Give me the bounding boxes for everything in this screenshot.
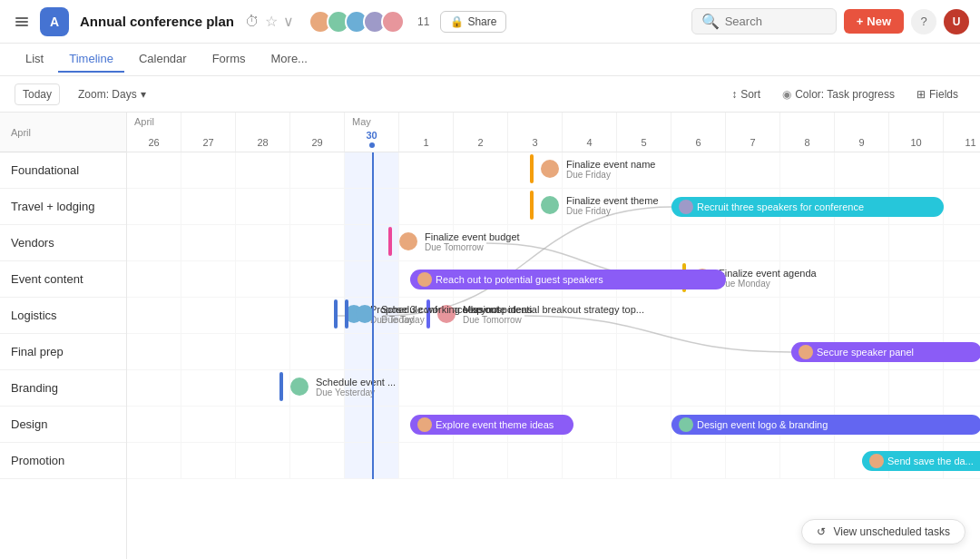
month-label-may: May — [348, 116, 371, 127]
timeline-row-2 — [127, 225, 980, 261]
search-box[interactable]: 🔍 — [691, 8, 837, 34]
cell-4-7 — [508, 298, 563, 333]
share-button[interactable]: 🔒 Share — [440, 11, 506, 33]
cell-5-10 — [671, 334, 726, 369]
timeline-grid[interactable]: AprilMay26272829301234567891011 Finalize… — [127, 113, 980, 559]
user-avatar[interactable]: U — [944, 9, 969, 34]
sidebar-item-promotion[interactable]: Promotion — [0, 443, 126, 479]
cell-0-14 — [889, 152, 944, 188]
cell-3-10 — [671, 261, 726, 297]
cell-8-12 — [780, 443, 835, 478]
sidebar-item-branding[interactable]: Branding — [0, 370, 126, 407]
svg-rect-1 — [15, 21, 28, 23]
fields-button[interactable]: ⊞ Fields — [909, 84, 965, 104]
date-col-29: 29 — [290, 113, 345, 152]
cell-1-13 — [835, 189, 889, 224]
cell-6-2 — [236, 370, 290, 406]
cell-4-12 — [780, 298, 835, 333]
cell-5-8 — [563, 334, 617, 369]
cell-8-6 — [454, 443, 508, 478]
sidebar-item-design[interactable]: Design — [0, 407, 126, 443]
cell-7-12 — [780, 407, 835, 442]
cell-6-1 — [181, 370, 236, 406]
cell-5-13 — [835, 334, 889, 369]
avatars — [309, 10, 405, 34]
cell-7-8 — [563, 407, 617, 442]
menu-icon[interactable] — [11, 11, 33, 33]
cell-1-3 — [290, 189, 345, 224]
app-title: Annual conference plan — [80, 14, 234, 29]
chevron-down-icon: ▾ — [141, 88, 146, 101]
app-icon: A — [40, 7, 69, 36]
color-label: Color: Task progress — [795, 88, 895, 101]
cell-5-14 — [889, 334, 944, 369]
cell-0-12 — [780, 152, 835, 188]
tab-timeline[interactable]: Timeline — [58, 46, 124, 73]
date-col-11: 11 — [944, 113, 980, 152]
cell-8-1 — [181, 443, 236, 478]
plus-icon: + — [857, 15, 864, 28]
cell-8-15 — [944, 443, 980, 478]
cell-2-5 — [399, 225, 454, 260]
cell-7-0 — [127, 407, 181, 442]
cell-1-7 — [508, 189, 563, 224]
cell-5-12 — [780, 334, 835, 369]
cell-8-11 — [726, 443, 780, 478]
cell-0-8 — [563, 152, 617, 188]
date-col-28: 28 — [236, 113, 290, 152]
cell-6-10 — [671, 370, 726, 406]
color-button[interactable]: ◉ Color: Task progress — [775, 84, 902, 104]
cell-2-10 — [671, 225, 726, 260]
zoom-button[interactable]: Zoom: Days ▾ — [71, 84, 153, 104]
cell-7-11 — [726, 407, 780, 442]
today-indicator — [369, 142, 375, 148]
tab-forms[interactable]: Forms — [201, 46, 257, 73]
cell-8-8 — [563, 443, 617, 478]
unscheduled-tasks-bar[interactable]: ↺ View unscheduled tasks — [801, 519, 965, 544]
sidebar-item-travel-+-lodging[interactable]: Travel + lodging — [0, 189, 126, 225]
cell-5-5 — [399, 334, 454, 369]
cell-5-11 — [726, 334, 780, 369]
cell-1-11 — [726, 189, 780, 224]
cell-2-9 — [617, 225, 671, 260]
timeline-row-1 — [127, 189, 980, 225]
cell-8-10 — [671, 443, 726, 478]
cell-5-2 — [236, 334, 290, 369]
sort-label: Sort — [740, 88, 760, 101]
help-button[interactable]: ? — [911, 9, 936, 34]
sidebar-item-logistics[interactable]: Logistics — [0, 298, 126, 334]
main-area: April FoundationalTravel + lodgingVendor… — [0, 113, 980, 559]
cell-3-5 — [399, 261, 454, 297]
cell-7-3 — [290, 407, 345, 442]
cell-6-13 — [835, 370, 889, 406]
cell-1-9 — [617, 189, 671, 224]
search-input[interactable] — [725, 15, 825, 28]
new-button[interactable]: + New — [844, 9, 904, 34]
sidebar-item-final-prep[interactable]: Final prep — [0, 334, 126, 370]
cell-2-13 — [835, 225, 889, 260]
sidebar-item-event-content[interactable]: Event content — [0, 261, 126, 298]
cell-5-1 — [181, 334, 236, 369]
cell-0-9 — [617, 152, 671, 188]
sidebar-item-foundational[interactable]: Foundational — [0, 152, 126, 189]
cell-0-2 — [236, 152, 290, 188]
cell-3-11 — [726, 261, 780, 297]
tab-more[interactable]: More... — [260, 46, 318, 73]
cell-2-7 — [508, 225, 563, 260]
tab-calendar[interactable]: Calendar — [128, 46, 198, 73]
cell-4-15 — [944, 298, 980, 333]
cell-0-5 — [399, 152, 454, 188]
tab-list[interactable]: List — [15, 46, 54, 73]
date-col-4: 4 — [563, 113, 617, 152]
cell-1-5 — [399, 189, 454, 224]
cell-7-2 — [236, 407, 290, 442]
date-header: AprilMay26272829301234567891011 — [127, 113, 980, 152]
cell-1-8 — [563, 189, 617, 224]
cell-8-2 — [236, 443, 290, 478]
cell-5-0 — [127, 334, 181, 369]
sort-button[interactable]: ↕ Sort — [724, 84, 768, 104]
cell-3-0 — [127, 261, 181, 297]
sidebar-item-vendors[interactable]: Vendors — [0, 225, 126, 261]
today-button[interactable]: Today — [15, 83, 60, 105]
today-line — [372, 152, 374, 479]
